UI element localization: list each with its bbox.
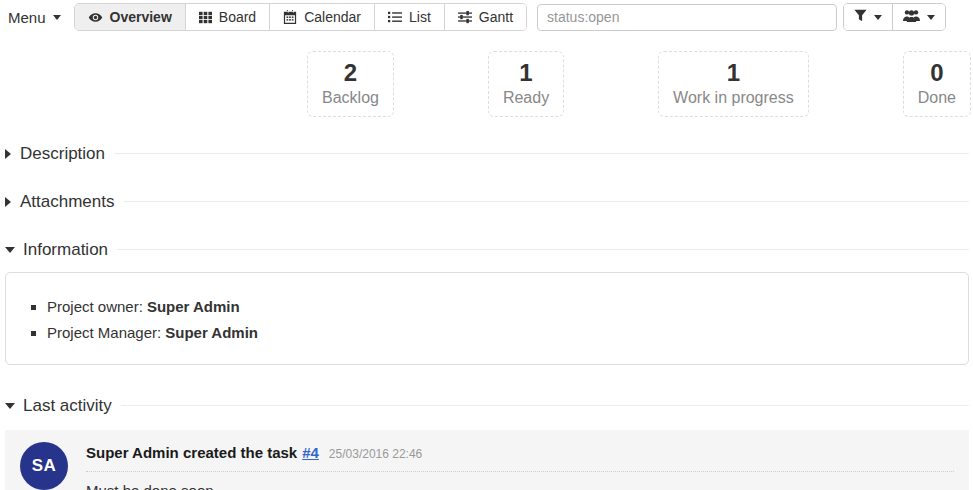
section-title: Information	[23, 240, 108, 260]
menu-dropdown[interactable]: Menu	[8, 9, 61, 26]
stat-box-work-in-progress: 1 Work in progress	[658, 51, 809, 117]
activity-item: SA Super Admin created the task#425/03/2…	[5, 430, 969, 490]
tab-gantt[interactable]: Gantt	[445, 4, 526, 30]
information-list: Project owner:Super Admin Project Manage…	[21, 294, 953, 346]
tab-label: List	[409, 9, 431, 25]
stat-count: 0	[918, 59, 956, 88]
users-icon	[903, 9, 920, 26]
info-item-project-manager: Project Manager:Super Admin	[47, 320, 953, 346]
calendar-icon	[283, 10, 297, 24]
section-rule	[121, 405, 969, 406]
view-switcher: Overview Board Calendar List Gantt	[74, 3, 528, 31]
column-stats-row: 2 Backlog 1 Ready 1 Work in progress 0 D…	[307, 51, 971, 117]
section-rule	[114, 153, 969, 154]
information-panel: Project owner:Super Admin Project Manage…	[5, 272, 969, 365]
triangle-right-icon	[5, 197, 11, 207]
filter-funnel-icon	[854, 9, 867, 25]
stat-box-backlog: 2 Backlog	[307, 51, 394, 117]
info-label: Project Manager:	[47, 324, 161, 341]
activity-title: Super Admin created the task#425/03/2016…	[86, 444, 954, 472]
activity-title-text: Super Admin created the task	[86, 444, 297, 461]
stat-label: Done	[918, 89, 956, 107]
search-input[interactable]	[537, 4, 837, 31]
tab-label: Calendar	[304, 9, 361, 25]
activity-content: Super Admin created the task#425/03/2016…	[86, 442, 954, 490]
info-value: Super Admin	[165, 324, 258, 341]
users-filter-dropdown-button[interactable]	[893, 4, 945, 30]
stat-count: 1	[673, 59, 794, 88]
section-title: Attachments	[20, 192, 115, 212]
stat-label: Backlog	[322, 89, 379, 107]
accordion-sections: Description Attachments Information Proj…	[0, 144, 973, 490]
tab-list[interactable]: List	[375, 4, 445, 30]
filter-dropdown-button[interactable]	[844, 4, 893, 30]
filter-button-group	[843, 3, 946, 31]
tab-label: Board	[219, 9, 256, 25]
triangle-right-icon	[5, 149, 11, 159]
section-header-description[interactable]: Description	[5, 144, 969, 164]
eye-icon	[88, 10, 103, 25]
stat-box-ready: 1 Ready	[488, 51, 564, 117]
section-header-attachments[interactable]: Attachments	[5, 192, 969, 212]
triangle-down-icon	[5, 403, 15, 409]
triangle-down-icon	[5, 247, 15, 253]
tab-calendar[interactable]: Calendar	[270, 4, 375, 30]
section-title: Last activity	[23, 396, 112, 416]
section-rule	[124, 201, 970, 202]
chevron-down-icon	[927, 15, 935, 20]
section-header-information[interactable]: Information	[5, 240, 969, 260]
section-rule	[117, 249, 969, 250]
sliders-icon	[458, 10, 472, 24]
board-grid-icon	[199, 11, 212, 24]
avatar: SA	[20, 442, 68, 490]
menu-label: Menu	[8, 9, 46, 26]
section-header-last-activity[interactable]: Last activity	[5, 396, 969, 416]
activity-date: 25/03/2016 22:46	[329, 447, 422, 461]
chevron-down-icon	[53, 15, 61, 20]
info-label: Project owner:	[47, 298, 143, 315]
tab-overview[interactable]: Overview	[75, 4, 186, 30]
tab-board[interactable]: Board	[186, 4, 270, 30]
activity-comment: Must be done soon	[86, 482, 954, 490]
info-value: Super Admin	[147, 298, 240, 315]
toolbar: Menu Overview Board Calendar List	[0, 0, 973, 31]
tab-label: Gantt	[479, 9, 513, 25]
chevron-down-icon	[874, 15, 882, 20]
stat-count: 2	[322, 59, 379, 88]
avatar-initials: SA	[32, 456, 57, 476]
stat-label: Ready	[503, 89, 549, 107]
stat-label: Work in progress	[673, 89, 794, 107]
task-link[interactable]: #4	[302, 444, 319, 461]
list-icon	[388, 10, 402, 24]
info-item-project-owner: Project owner:Super Admin	[47, 294, 953, 320]
tab-label: Overview	[110, 9, 172, 25]
stat-count: 1	[503, 59, 549, 88]
stat-box-done: 0 Done	[903, 51, 971, 117]
section-title: Description	[20, 144, 105, 164]
